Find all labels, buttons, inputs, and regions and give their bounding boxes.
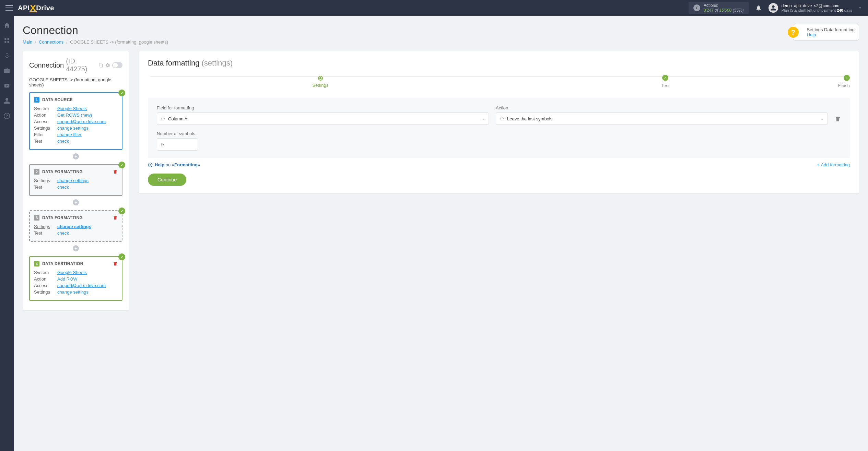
radio-icon bbox=[161, 117, 165, 120]
content-panel: Data formatting (settings) Settings ✓ Te… bbox=[139, 51, 859, 194]
avatar-icon bbox=[769, 3, 778, 13]
user-nav-icon[interactable] bbox=[3, 97, 11, 105]
home-icon[interactable] bbox=[3, 21, 11, 29]
block-number: 2 bbox=[34, 169, 39, 175]
block-data-source[interactable]: ✓ 1 DATA SOURCE SystemGoogle Sheets Acti… bbox=[29, 92, 122, 150]
block-data-formatting-2[interactable]: ✓ 3 DATA FORMATTING Settingschange setti… bbox=[29, 210, 122, 242]
actions-used: 8'247 bbox=[704, 8, 714, 13]
question-icon: ? bbox=[788, 27, 799, 38]
radio-icon bbox=[500, 117, 504, 120]
block-number: 3 bbox=[34, 215, 39, 221]
actions-pct: (55%) bbox=[733, 8, 744, 13]
chevron-down-icon bbox=[858, 5, 863, 10]
field-label: Field for formatting bbox=[157, 105, 489, 110]
info-icon: i bbox=[693, 4, 700, 11]
briefcase-icon[interactable] bbox=[3, 67, 11, 75]
action-value: Leave the last symbols bbox=[507, 116, 552, 121]
help-widget-title: Settings Data formatting bbox=[807, 27, 855, 32]
dest-action[interactable]: Add ROW bbox=[57, 276, 78, 282]
source-system[interactable]: Google Sheets bbox=[57, 106, 87, 111]
trash-icon[interactable] bbox=[113, 215, 118, 220]
content-title: Data formatting (settings) bbox=[148, 59, 850, 68]
source-action[interactable]: Get ROWS (new) bbox=[57, 112, 92, 118]
actions-label: Actions: bbox=[704, 3, 744, 8]
help-nav-icon[interactable]: ? bbox=[3, 112, 11, 120]
step-finish[interactable]: ✓ Finish bbox=[838, 74, 850, 88]
trash-icon[interactable] bbox=[113, 261, 118, 266]
dest-settings[interactable]: change settings bbox=[57, 289, 89, 295]
number-input[interactable] bbox=[157, 138, 198, 151]
step-settings[interactable]: Settings bbox=[148, 75, 493, 88]
connection-name: GOOGLE SHEETS -> (formatting, google she… bbox=[29, 77, 122, 87]
delete-row-icon[interactable] bbox=[835, 116, 841, 125]
bell-icon[interactable] bbox=[755, 5, 762, 11]
logo[interactable]: APIXDrive bbox=[18, 4, 54, 12]
check-icon: ✓ bbox=[118, 162, 125, 168]
help-widget[interactable]: ? Settings Data formatting Help bbox=[793, 24, 859, 40]
source-settings[interactable]: change settings bbox=[57, 126, 89, 131]
billing-icon[interactable] bbox=[3, 51, 11, 60]
chevron-down-icon: ⌵ bbox=[482, 116, 484, 121]
svg-text:?: ? bbox=[5, 114, 8, 118]
copy-icon[interactable] bbox=[98, 63, 103, 68]
user-email: demo_apix-drive_s2@com.com bbox=[782, 3, 852, 8]
hamburger-menu[interactable] bbox=[5, 5, 13, 11]
source-filter[interactable]: change filter bbox=[57, 132, 82, 137]
block-number: 1 bbox=[34, 97, 39, 103]
help-link[interactable]: ? Help on «Formatting» bbox=[148, 162, 200, 167]
dest-access[interactable]: support@apix-drive.com bbox=[57, 283, 106, 288]
fmt1-settings[interactable]: change settings bbox=[57, 178, 89, 183]
youtube-icon[interactable] bbox=[3, 82, 11, 90]
add-formatting-link[interactable]: + Add formatting bbox=[817, 162, 850, 167]
form-area: Field for formatting Column A ⌵ Action bbox=[148, 98, 850, 158]
breadcrumb: Main / Connections / GOOGLE SHEETS -> (f… bbox=[23, 39, 168, 45]
stepper: Settings ✓ Test ✓ Finish bbox=[148, 74, 850, 88]
connection-panel: Connection (ID: 44275) GOOGLE SHEETS -> … bbox=[23, 51, 129, 311]
check-icon: ✓ bbox=[118, 207, 125, 214]
number-label: Number of symbols bbox=[157, 131, 198, 136]
check-icon: ✓ bbox=[118, 90, 125, 96]
fmt2-test[interactable]: check bbox=[57, 230, 69, 236]
connection-id: (ID: 44275) bbox=[66, 57, 96, 73]
block-title: DATA DESTINATION bbox=[42, 261, 83, 266]
field-select[interactable]: Column A ⌵ bbox=[157, 112, 489, 125]
left-nav: ? bbox=[0, 16, 14, 451]
connections-icon[interactable] bbox=[3, 36, 11, 45]
add-step-button[interactable]: + bbox=[73, 199, 79, 205]
block-title: DATA SOURCE bbox=[42, 97, 73, 102]
check-icon: ✓ bbox=[118, 253, 125, 260]
svg-text:?: ? bbox=[150, 163, 151, 166]
user-plan: Plan |Standart| left until payment 240 d… bbox=[782, 8, 852, 12]
add-step-button[interactable]: + bbox=[73, 153, 79, 159]
block-title: DATA FORMATTING bbox=[42, 215, 83, 220]
trash-icon[interactable] bbox=[113, 169, 118, 174]
actions-of: of bbox=[715, 8, 718, 13]
logo-text: API bbox=[18, 4, 30, 12]
step-test[interactable]: ✓ Test bbox=[493, 74, 838, 88]
actions-counter[interactable]: i Actions: 8'247 of 15'000 (55%) bbox=[689, 2, 749, 14]
breadcrumb-main[interactable]: Main bbox=[23, 39, 32, 45]
page-title: Connection bbox=[23, 24, 168, 37]
gear-icon[interactable] bbox=[105, 63, 110, 68]
topbar: APIXDrive i Actions: 8'247 of 15'000 (55… bbox=[0, 0, 868, 16]
dest-system[interactable]: Google Sheets bbox=[57, 270, 87, 275]
breadcrumb-connections[interactable]: Connections bbox=[39, 39, 63, 45]
block-data-formatting-1[interactable]: ✓ 2 DATA FORMATTING Settingschange setti… bbox=[29, 164, 122, 196]
user-menu[interactable]: demo_apix-drive_s2@com.com Plan |Standar… bbox=[769, 3, 863, 13]
add-step-button[interactable]: + bbox=[73, 245, 79, 251]
action-label: Action bbox=[496, 105, 828, 110]
logo-text2: Drive bbox=[36, 4, 54, 12]
source-access[interactable]: support@apix-drive.com bbox=[57, 119, 106, 124]
breadcrumb-current: GOOGLE SHEETS -> (formatting, google she… bbox=[70, 39, 168, 45]
continue-button[interactable]: Continue bbox=[148, 174, 186, 186]
block-number: 4 bbox=[34, 261, 39, 266]
help-widget-link[interactable]: Help bbox=[807, 32, 816, 37]
action-select[interactable]: Leave the last symbols ⌵ bbox=[496, 112, 828, 125]
connection-panel-title: Connection (ID: 44275) bbox=[29, 57, 122, 73]
logo-x: X bbox=[30, 5, 36, 12]
enable-toggle[interactable] bbox=[112, 62, 122, 68]
fmt1-test[interactable]: check bbox=[57, 185, 69, 190]
fmt2-settings[interactable]: change settings bbox=[57, 224, 91, 229]
block-data-destination[interactable]: ✓ 4 DATA DESTINATION SystemGoogle Sheets… bbox=[29, 256, 122, 301]
source-test[interactable]: check bbox=[57, 139, 69, 144]
